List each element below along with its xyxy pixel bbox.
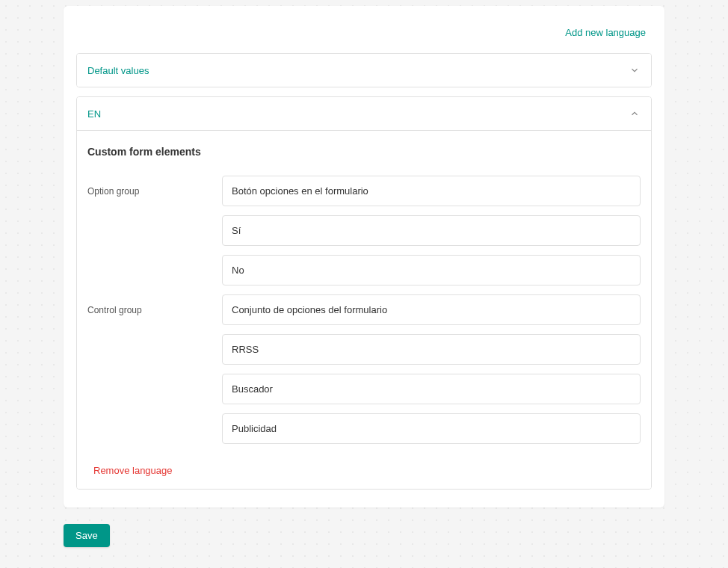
save-row: Save [64,524,664,547]
language-editor-card: Add new language Default values EN Custo… [64,6,664,507]
control-group-input-0[interactable] [222,294,641,325]
control-group-input-3[interactable] [222,413,641,444]
control-group-row: Control group [87,294,641,444]
save-button[interactable]: Save [64,524,110,547]
default-values-header[interactable]: Default values [77,54,651,87]
control-group-inputs [222,294,641,444]
option-group-input-0[interactable] [222,176,641,206]
default-values-title: Default values [87,65,149,76]
add-language-link[interactable]: Add new language [565,27,646,38]
option-group-label: Option group [87,176,222,197]
default-values-accordion: Default values [76,53,652,87]
en-header[interactable]: EN [77,97,651,130]
en-accordion: EN Custom form elements Option group Con… [76,96,652,490]
option-group-input-2[interactable] [222,255,641,285]
option-group-inputs [222,176,641,285]
custom-form-elements-title: Custom form elements [87,146,641,158]
control-group-input-2[interactable] [222,374,641,404]
remove-language-link[interactable]: Remove language [87,465,173,476]
control-group-input-1[interactable] [222,334,641,365]
control-group-label: Control group [87,294,222,315]
option-group-input-1[interactable] [222,215,641,246]
en-body: Custom form elements Option group Contro… [77,130,651,489]
option-group-row: Option group [87,176,641,285]
chevron-down-icon [629,64,641,76]
add-language-row: Add new language [76,27,652,38]
en-title: EN [87,108,101,120]
chevron-up-icon [629,108,641,120]
